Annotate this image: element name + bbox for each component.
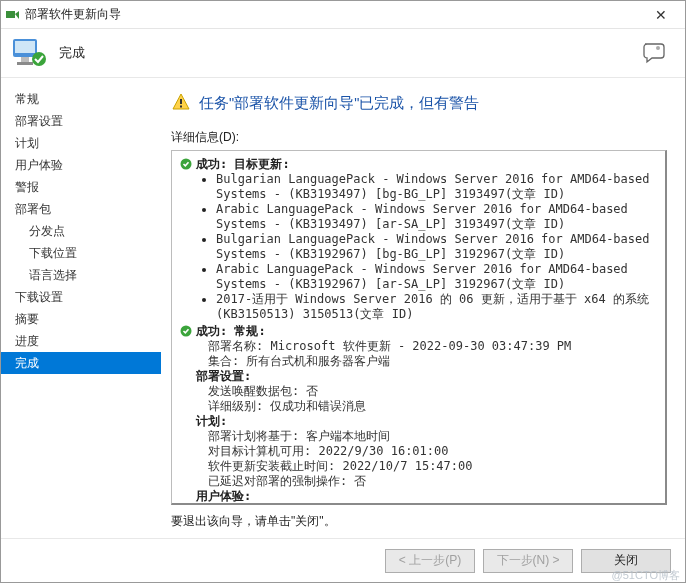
footer: < 上一步(P) 下一步(N) > 关闭 [1, 538, 685, 582]
details-box[interactable]: 成功: 目标更新:Bulgarian LanguagePack - Window… [171, 150, 667, 505]
exit-note: 要退出该向导，请单击"关闭"。 [171, 513, 667, 530]
svg-point-6 [656, 46, 660, 50]
detail-bullet: 2017-适用于 Windows Server 2016 的 06 更新，适用于… [216, 292, 659, 322]
detail-group-1: 成功: 常规:部署名称: Microsoft 软件更新 - 2022-09-30… [196, 324, 659, 505]
sidebar-item-1[interactable]: 部署设置 [1, 110, 161, 132]
main: 常规部署设置计划用户体验警报部署包分发点下载位置语言选择下载设置摘要进度完成 任… [1, 78, 685, 538]
sidebar-item-6[interactable]: 分发点 [1, 220, 161, 242]
completion-message: 任务"部署软件更新向导"已完成，但有警告 [171, 92, 667, 115]
svg-rect-8 [180, 106, 182, 108]
detail-line: 详细级别: 仅成功和错误消息 [208, 399, 659, 414]
detail-line: 部署名称: Microsoft 软件更新 - 2022-09-30 03:47:… [208, 339, 659, 354]
sidebar-item-11[interactable]: 进度 [1, 330, 161, 352]
close-button[interactable]: 关闭 [581, 549, 671, 573]
svg-rect-7 [180, 99, 182, 104]
detail-bullet: Bulgarian LanguagePack - Windows Server … [216, 232, 659, 262]
detail-bullet: Arabic LanguagePack - Windows Server 201… [216, 262, 659, 292]
detail-line: 发送唤醒数据包: 否 [208, 384, 659, 399]
detail-bullet-list: Bulgarian LanguagePack - Windows Server … [204, 172, 659, 322]
close-icon[interactable]: ✕ [641, 7, 681, 23]
detail-bullet: Bulgarian LanguagePack - Windows Server … [216, 172, 659, 202]
sidebar-item-5[interactable]: 部署包 [1, 198, 161, 220]
svg-rect-0 [6, 11, 15, 18]
success-icon [180, 158, 192, 170]
detail-line: 对目标计算机可用: 2022/9/30 16:01:00 [208, 444, 659, 459]
detail-section-head: 用户体验: [196, 489, 659, 504]
detail-line: 集合: 所有台式机和服务器客户端 [208, 354, 659, 369]
wizard-icon [9, 33, 49, 73]
detail-line: 部署计划将基于: 客户端本地时间 [208, 429, 659, 444]
detail-line: 用户通知: 在软件中心中显示并显示所有通知 [208, 504, 659, 505]
svg-point-5 [32, 52, 46, 66]
detail-line-list: 部署计划将基于: 客户端本地时间对目标计算机可用: 2022/9/30 16:0… [196, 429, 659, 489]
detail-group-title: 成功: 目标更新: [196, 157, 659, 172]
sidebar-item-3[interactable]: 用户体验 [1, 154, 161, 176]
completion-text: 任务"部署软件更新向导"已完成，但有警告 [199, 94, 479, 113]
sidebar-item-8[interactable]: 语言选择 [1, 264, 161, 286]
sidebar: 常规部署设置计划用户体验警报部署包分发点下载位置语言选择下载设置摘要进度完成 [1, 78, 161, 538]
detail-line: 已延迟对部署的强制操作: 否 [208, 474, 659, 489]
detail-line-list: 发送唤醒数据包: 否详细级别: 仅成功和错误消息 [196, 384, 659, 414]
content: 任务"部署软件更新向导"已完成，但有警告 详细信息(D): 成功: 目标更新:B… [161, 78, 685, 538]
header: 完成 [1, 29, 685, 77]
prev-button: < 上一步(P) [385, 549, 475, 573]
sidebar-item-9[interactable]: 下载设置 [1, 286, 161, 308]
header-title: 完成 [59, 44, 641, 62]
window-title: 部署软件更新向导 [25, 6, 641, 23]
svg-rect-4 [17, 62, 33, 65]
app-icon [5, 8, 19, 22]
sidebar-item-2[interactable]: 计划 [1, 132, 161, 154]
detail-group-0: 成功: 目标更新:Bulgarian LanguagePack - Window… [196, 157, 659, 322]
detail-group-title: 成功: 常规: [196, 324, 659, 339]
titlebar: 部署软件更新向导 ✕ [1, 1, 685, 29]
success-icon [180, 325, 192, 337]
sidebar-item-4[interactable]: 警报 [1, 176, 161, 198]
detail-bullet: Arabic LanguagePack - Windows Server 201… [216, 202, 659, 232]
svg-rect-3 [21, 57, 29, 62]
details-label: 详细信息(D): [171, 129, 667, 146]
sidebar-item-7[interactable]: 下载位置 [1, 242, 161, 264]
svg-rect-2 [15, 41, 35, 53]
sidebar-item-0[interactable]: 常规 [1, 88, 161, 110]
detail-section-head: 计划: [196, 414, 659, 429]
warning-icon [171, 92, 191, 115]
sidebar-item-12[interactable]: 完成 [1, 352, 161, 374]
detail-line: 软件更新安装截止时间: 2022/10/7 15:47:00 [208, 459, 659, 474]
detail-section-head: 部署设置: [196, 369, 659, 384]
next-button: 下一步(N) > [483, 549, 573, 573]
detail-line-list: 部署名称: Microsoft 软件更新 - 2022-09-30 03:47:… [196, 339, 659, 369]
help-icon[interactable] [641, 39, 669, 67]
sidebar-item-10[interactable]: 摘要 [1, 308, 161, 330]
detail-line-list: 用户通知: 在软件中心中显示并显示所有通知达到截止时间后在维护时段外安装软件更新… [196, 504, 659, 505]
